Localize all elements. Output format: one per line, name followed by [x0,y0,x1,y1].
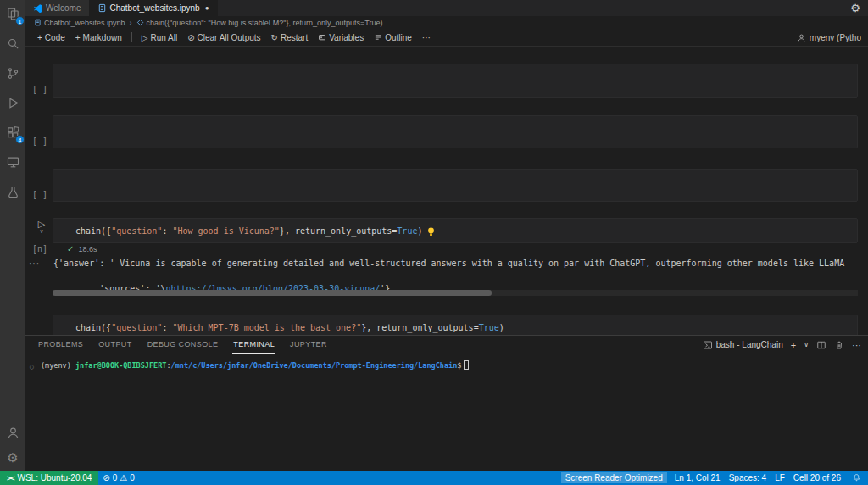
execution-time: 18.6s [78,245,97,254]
breadcrumb-cell[interactable]: chain({"question": "How big is stableLM?… [136,19,383,27]
indentation-status[interactable]: Spaces: 4 [725,471,771,485]
breadcrumb-file[interactable]: Chatbot_websites.ipynb [34,19,125,27]
terminal[interactable]: ○ (myenv) jnfar@BOOK-QBIBSJFERT:/mnt/c/U… [25,354,868,471]
main-column: Welcome Chatbot_websites.ipynb ● ⚙ Chatb… [25,0,868,471]
output-more-icon[interactable]: ··· [29,259,40,268]
notebook-cell-mpt[interactable]: chain({"question": "Which MPT-7B model i… [53,315,858,335]
code-line: chain({"question": "How good is Vicuna?"… [53,219,857,237]
notebook-cell-empty-2[interactable] [53,115,858,148]
settings-gear-icon[interactable]: ⚙ [843,0,868,16]
run-all-button[interactable]: ▷ Run All [136,31,182,44]
breadcrumb: Chatbot_websites.ipynb › chain({"questio… [25,16,868,29]
notebook-file-icon [97,3,107,13]
scrollbar-thumb[interactable] [53,290,492,296]
cell-position-status[interactable]: Cell 20 of 26 [789,471,845,485]
terminal-icon [703,340,713,350]
screen-reader-status[interactable]: Screen Reader Optimized [561,472,667,483]
panel-header: PROBLEMS OUTPUT DEBUG CONSOLE TERMINAL J… [25,336,868,354]
problems-status[interactable]: ⊘ 0 ⚠ 0 [98,471,138,485]
explorer-badge: 1 [15,16,25,25]
success-check-icon: ✓ [67,244,74,254]
add-code-button[interactable]: + Code [32,31,70,44]
manage-gear-icon[interactable]: ⚙ [7,450,18,465]
bottom-panel: PROBLEMS OUTPUT DEBUG CONSOLE TERMINAL J… [25,335,868,471]
output-line-1: {'answer': ' Vicuna is capable of genera… [53,258,868,270]
terminal-prompt-line: (myenv) jnfar@BOOK-QBIBSJFERT:/mnt/c/Use… [25,360,868,371]
activity-bar-bottom: ⚙ [3,423,22,471]
plus-icon: + [75,33,81,42]
new-terminal-plus-icon[interactable]: + [791,340,796,350]
terminal-selector[interactable]: bash - LangChain [703,340,783,350]
panel-tabs: PROBLEMS OUTPUT DEBUG CONSOLE TERMINAL J… [37,336,328,354]
vscode-logo-icon [33,3,42,13]
source-control-icon[interactable] [3,64,22,82]
search-icon[interactable] [3,34,22,53]
remote-explorer-icon[interactable] [3,153,22,171]
breadcrumb-separator: › [130,19,132,27]
more-icon: ··· [422,33,431,42]
notebook-cell-empty-1[interactable] [53,64,858,98]
lightbulb-icon[interactable] [427,227,435,237]
code-cell-icon [136,19,144,26]
tab-jupyter[interactable]: JUPYTER [289,336,328,354]
run-all-icon: ▷ [142,33,148,42]
toolbar-separator [131,32,132,42]
output-horizontal-scrollbar [53,290,858,296]
vscode-window: 1 4 ⚙ [0,0,868,471]
kernel-person-icon [797,33,806,42]
notebook-toolbar: + Code + Markdown ▷ Run All ⊘ Clear All … [25,29,868,47]
warning-icon: ⚠ [120,473,127,482]
notebook-cell-vicuna[interactable]: chain({"question": "How good is Vicuna?"… [53,218,858,243]
outline-icon [374,33,382,42]
execution-count: [ ] [32,85,47,94]
extensions-icon[interactable]: 4 [3,123,22,142]
restart-button[interactable]: ↻ Restart [266,31,314,44]
split-terminal-icon[interactable] [816,340,826,350]
tab-debug-console[interactable]: DEBUG CONSOLE [147,336,220,354]
explorer-icon[interactable]: 1 [3,4,22,23]
tab-bar-spacer [218,0,843,16]
tab-label: Welcome [46,3,81,13]
terminal-dropdown-chevron-icon[interactable]: ∨ [804,341,809,348]
editor-tab-bar: Welcome Chatbot_websites.ipynb ● ⚙ [25,0,868,16]
variables-button[interactable]: Variables [313,31,369,44]
kill-terminal-trash-icon[interactable] [834,340,844,350]
notebook-cell-empty-3[interactable] [53,169,858,202]
tab-label: Chatbot_websites.ipynb [110,3,200,13]
run-debug-icon[interactable] [3,93,22,112]
outline-button[interactable]: Outline [369,31,417,44]
clear-all-outputs-button[interactable]: ⊘ Clear All Outputs [182,31,265,44]
notifications-bell-icon[interactable] [845,473,868,482]
add-markdown-button[interactable]: + Markdown [70,31,127,44]
eol-status[interactable]: LF [771,471,789,485]
notebook-editor: [ ] [ ] [ ] ▷ ∨ chain({"question": "How … [25,47,868,335]
panel-more-icon[interactable]: ··· [852,340,861,350]
command-decoration-icon: ○ [30,361,34,372]
variables-icon [318,33,326,42]
remote-indicator[interactable]: >< WSL: Ubuntu-20.04 [0,471,98,485]
plus-icon: + [37,33,42,42]
clear-outputs-icon: ⊘ [187,33,194,42]
code-line: chain({"question": "Which MPT-7B model i… [53,315,857,334]
kernel-picker[interactable]: myenv (Pytho [797,33,861,42]
toolbar-more-button[interactable]: ··· [417,31,436,44]
execution-count: [n] [32,244,47,254]
testing-icon[interactable] [3,182,22,201]
run-cell-button[interactable]: ▷ ∨ [35,220,48,236]
cursor-position-status[interactable]: Ln 1, Col 21 [670,471,725,485]
notebook-file-icon [34,19,42,26]
activity-bar: 1 4 ⚙ [0,0,25,471]
execution-count: [ ] [32,137,47,146]
extensions-badge: 4 [15,135,25,144]
restart-icon: ↻ [271,33,278,42]
tab-notebook[interactable]: Chatbot_websites.ipynb ● [90,0,218,16]
remote-icon: >< [7,474,14,482]
tab-output[interactable]: OUTPUT [97,336,132,354]
tab-terminal[interactable]: TERMINAL [232,336,275,354]
account-icon[interactable] [3,423,22,442]
status-bar-right: Screen Reader Optimized Ln 1, Col 21 Spa… [561,471,868,485]
status-bar: >< WSL: Ubuntu-20.04 ⊘ 0 ⚠ 0 Screen Read… [0,471,868,485]
tab-problems[interactable]: PROBLEMS [37,336,84,354]
error-icon: ⊘ [103,473,109,482]
tab-welcome[interactable]: Welcome [25,0,90,16]
